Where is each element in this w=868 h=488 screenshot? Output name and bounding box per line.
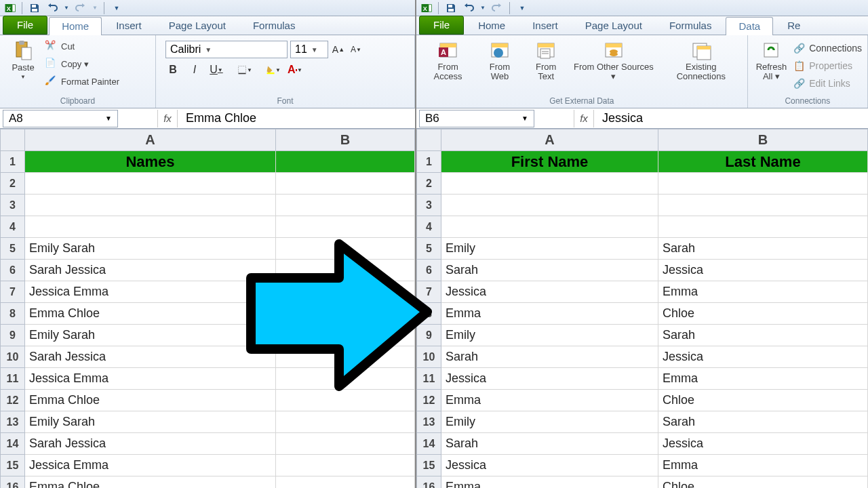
row-header[interactable]: 15 bbox=[417, 455, 441, 476]
cell[interactable]: Sarah Jessica bbox=[25, 346, 276, 368]
cell[interactable]: Emily Sarah bbox=[25, 411, 276, 433]
cell[interactable] bbox=[276, 260, 415, 281]
row-header[interactable]: 11 bbox=[417, 368, 441, 390]
cell[interactable] bbox=[276, 368, 415, 390]
row-header[interactable]: 16 bbox=[1, 476, 25, 489]
cell[interactable]: Emily bbox=[441, 238, 658, 260]
row-header[interactable]: 5 bbox=[417, 238, 441, 260]
cell[interactable]: Emily Sarah bbox=[25, 238, 276, 260]
cell[interactable]: Sarah bbox=[441, 346, 658, 368]
italic-button[interactable]: I bbox=[187, 62, 202, 77]
tab-file[interactable]: File bbox=[3, 16, 47, 35]
row-header[interactable]: 9 bbox=[1, 325, 25, 346]
cell[interactable] bbox=[25, 173, 276, 195]
cell[interactable]: Jessica bbox=[658, 346, 868, 368]
qat-customize-icon[interactable]: ▼ bbox=[515, 1, 529, 15]
cell[interactable]: Chloe bbox=[658, 476, 868, 489]
spreadsheet-grid-left[interactable]: A B 1 Names 2 3 4 5 Emily Sarah 6 Sarah … bbox=[0, 129, 415, 488]
spreadsheet-grid-right[interactable]: A B 1 First Name Last Name 2 3 4 5 Emily… bbox=[416, 129, 868, 488]
cell[interactable]: Emma bbox=[441, 303, 658, 325]
row-header[interactable]: 6 bbox=[1, 260, 25, 281]
cell[interactable]: Emily bbox=[441, 411, 658, 433]
tab-file[interactable]: File bbox=[419, 16, 464, 35]
cell[interactable]: Names bbox=[25, 151, 276, 173]
cell[interactable]: Emma bbox=[441, 476, 658, 489]
cell[interactable]: Emma bbox=[658, 455, 868, 476]
cell[interactable]: Jessica Emma bbox=[25, 455, 276, 476]
tab-home[interactable]: Home bbox=[465, 16, 518, 35]
row-header[interactable]: 9 bbox=[417, 325, 441, 346]
row-header[interactable]: 6 bbox=[417, 260, 441, 281]
row-header[interactable]: 8 bbox=[1, 303, 25, 325]
cell[interactable] bbox=[276, 173, 415, 195]
row-header[interactable]: 8 bbox=[417, 303, 441, 325]
cell[interactable] bbox=[276, 238, 415, 260]
row-header[interactable]: 7 bbox=[1, 281, 25, 303]
row-header[interactable]: 10 bbox=[1, 346, 25, 368]
redo-icon[interactable] bbox=[490, 1, 504, 15]
row-header[interactable]: 12 bbox=[417, 390, 441, 411]
cell[interactable]: Chloe bbox=[658, 390, 868, 411]
cell[interactable]: Jessica bbox=[658, 433, 868, 455]
fx-icon[interactable]: fx bbox=[157, 110, 178, 127]
col-header-a[interactable]: A bbox=[441, 129, 658, 151]
cell[interactable]: Sarah bbox=[441, 260, 658, 281]
row-header[interactable]: 3 bbox=[417, 195, 441, 216]
cell[interactable]: Last Name bbox=[658, 151, 868, 173]
cell[interactable] bbox=[441, 195, 658, 216]
row-header[interactable]: 1 bbox=[1, 151, 25, 173]
name-box[interactable]: A8▼ bbox=[3, 110, 118, 127]
increase-font-icon[interactable]: A▲ bbox=[331, 42, 346, 57]
cell[interactable]: Emma Chloe bbox=[25, 303, 276, 325]
font-color-button[interactable]: A▼ bbox=[288, 62, 302, 77]
existing-connections-button[interactable]: Existing Connections bbox=[660, 38, 742, 83]
row-header[interactable]: 4 bbox=[1, 216, 25, 238]
col-header-b[interactable]: B bbox=[658, 129, 868, 151]
font-name-selector[interactable]: Calibri▼ bbox=[165, 41, 288, 58]
cell[interactable]: Jessica Emma bbox=[25, 281, 276, 303]
cell[interactable]: First Name bbox=[441, 151, 658, 173]
cell[interactable]: Jessica Emma bbox=[25, 368, 276, 390]
cell[interactable] bbox=[276, 455, 415, 476]
cell[interactable] bbox=[441, 216, 658, 238]
cell[interactable]: Sarah bbox=[441, 433, 658, 455]
row-header[interactable]: 4 bbox=[417, 216, 441, 238]
tab-review[interactable]: Re bbox=[774, 16, 813, 35]
tab-formulas[interactable]: Formulas bbox=[240, 16, 309, 35]
cell[interactable]: Emily Sarah bbox=[25, 325, 276, 346]
redo-icon[interactable] bbox=[74, 1, 87, 15]
col-header-b[interactable]: B bbox=[276, 129, 415, 151]
cell[interactable]: Chloe bbox=[658, 303, 868, 325]
cell[interactable] bbox=[658, 173, 868, 195]
undo-dropdown-icon[interactable]: ▼ bbox=[479, 1, 486, 15]
undo-dropdown-icon[interactable]: ▼ bbox=[63, 1, 70, 15]
row-header[interactable]: 15 bbox=[1, 455, 25, 476]
row-header[interactable]: 11 bbox=[1, 368, 25, 390]
font-size-selector[interactable]: 11▼ bbox=[290, 41, 328, 58]
cell[interactable]: Jessica bbox=[441, 281, 658, 303]
decrease-font-icon[interactable]: A▼ bbox=[349, 42, 363, 57]
cell[interactable]: Sarah bbox=[658, 238, 868, 260]
cell[interactable]: Emma Chloe bbox=[25, 390, 276, 411]
cell[interactable]: Jessica bbox=[441, 368, 658, 390]
cell[interactable] bbox=[276, 195, 415, 216]
tab-formulas[interactable]: Formulas bbox=[656, 16, 725, 35]
cell[interactable]: Emily bbox=[441, 325, 658, 346]
cell[interactable]: Emma Chloe bbox=[25, 476, 276, 489]
cell[interactable] bbox=[276, 411, 415, 433]
row-header[interactable]: 2 bbox=[1, 173, 25, 195]
fx-icon[interactable]: fx bbox=[574, 110, 594, 127]
borders-button[interactable]: ▼ bbox=[237, 62, 252, 77]
cut-button[interactable]: ✂️Cut bbox=[45, 38, 119, 54]
from-web-button[interactable]: From Web bbox=[478, 38, 521, 83]
row-header[interactable]: 12 bbox=[1, 390, 25, 411]
tab-data[interactable]: Data bbox=[726, 17, 773, 35]
save-icon[interactable] bbox=[28, 1, 41, 15]
row-header[interactable]: 14 bbox=[1, 433, 25, 455]
row-header[interactable]: 10 bbox=[417, 346, 441, 368]
tab-home[interactable]: Home bbox=[49, 17, 102, 35]
row-header[interactable]: 2 bbox=[417, 173, 441, 195]
underline-button[interactable]: U ▼ bbox=[209, 62, 224, 77]
cell[interactable] bbox=[276, 151, 415, 173]
redo-dropdown-icon[interactable]: ▼ bbox=[92, 1, 98, 15]
